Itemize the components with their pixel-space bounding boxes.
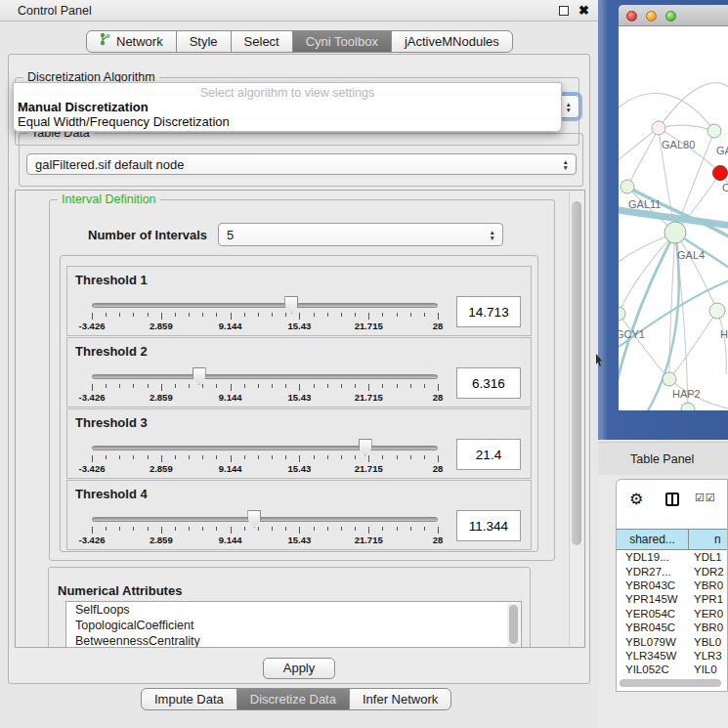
threshold-slider[interactable]: -3.4262.8599.14415.4321.71528 [92, 338, 438, 408]
cell-shared-name[interactable]: YIL052C [617, 664, 692, 675]
slider-thumb[interactable] [359, 439, 372, 456]
threshold-value-field[interactable] [456, 367, 521, 399]
attribute-item[interactable]: SelfLoops [66, 602, 521, 618]
float-window-icon[interactable] [559, 6, 569, 16]
slider-tick [355, 455, 356, 459]
minimize-traffic-light[interactable] [646, 11, 657, 21]
apply-button[interactable]: Apply [263, 658, 335, 679]
table-row[interactable]: YBL079WYBL0 [617, 634, 728, 648]
column-header-shared-name[interactable]: shared... [616, 529, 689, 550]
slider-tick [314, 313, 315, 317]
numerical-attributes-list[interactable]: SelfLoopsTopologicalCoefficientBetweenne… [65, 601, 522, 648]
cell-name[interactable]: YBR0 [692, 621, 728, 633]
cell-name[interactable]: YER0 [692, 608, 728, 620]
tab-jactivemnodules[interactable]: jActiveMNodules [391, 30, 513, 53]
network-node[interactable] [713, 166, 728, 181]
cell-shared-name[interactable]: YPR145W [617, 593, 692, 605]
slider-track[interactable] [92, 303, 438, 308]
slider-thumb[interactable] [193, 367, 206, 385]
attributes-list-scrollbar[interactable] [507, 603, 520, 648]
network-node[interactable] [621, 180, 634, 193]
network-node[interactable] [709, 303, 725, 319]
network-graph: GAL80GACGAL11GAL4GCY1HHAP2 [619, 27, 728, 410]
threshold-slider[interactable]: -3.4262.8599.14415.4321.71528 [92, 481, 438, 551]
tab-select[interactable]: Select [231, 30, 293, 53]
cell-name[interactable]: YDL1 [692, 551, 728, 563]
threshold-slider[interactable]: -3.4262.8599.14415.4321.71528 [92, 267, 438, 337]
tab-impute-data[interactable]: Impute Data [141, 688, 237, 710]
table-row[interactable]: YIL052CYIL0 [617, 663, 728, 676]
cell-shared-name[interactable]: YER054C [617, 608, 692, 620]
select-columns-icon[interactable]: ☑☑ [695, 492, 716, 504]
network-node[interactable] [663, 372, 676, 386]
network-node[interactable] [681, 403, 695, 410]
cell-name[interactable]: YBL0 [692, 636, 728, 648]
table-row[interactable]: YER054CYER0 [617, 607, 728, 621]
slider-tick [119, 384, 120, 388]
slider-tick-label: 15.43 [288, 321, 312, 331]
slider-tick [382, 313, 383, 317]
tab-network-label: Network [116, 31, 163, 52]
table-row[interactable]: YDL19...YDL1 [617, 550, 728, 564]
slider-tick [161, 455, 162, 462]
slider-thumb[interactable] [284, 296, 298, 314]
attribute-item[interactable]: BetweennessCentrality [66, 633, 521, 648]
network-node[interactable] [619, 307, 625, 321]
slider-track[interactable] [92, 374, 438, 379]
cell-shared-name[interactable]: YLR345W [617, 650, 692, 662]
table-data-combobox[interactable]: galFiltered.sif default node ▲▼ [26, 153, 577, 175]
slider-tick-label: 21.715 [355, 392, 383, 403]
column-header-name[interactable]: n [688, 529, 728, 550]
cell-name[interactable]: YPR1 [692, 593, 728, 605]
popup-option-manual-discretization[interactable]: Manual Discretization [18, 100, 149, 114]
close-traffic-light[interactable] [626, 11, 637, 21]
table-row[interactable]: YPR145WYPR1 [617, 592, 728, 606]
cell-name[interactable]: YIL0 [692, 664, 728, 675]
close-icon[interactable]: ✖ [578, 3, 589, 18]
scrollbar-thumb[interactable] [572, 201, 581, 545]
network-node[interactable] [707, 124, 721, 138]
threshold-value-field[interactable] [456, 296, 521, 327]
network-canvas[interactable]: GAL80GACGAL11GAL4GCY1HHAP2 [619, 27, 728, 410]
number-of-intervals-combobox[interactable]: 5 ▲▼ [218, 223, 503, 246]
split-columns-icon[interactable] [665, 492, 679, 506]
cell-name[interactable]: YDR2 [692, 566, 728, 578]
tab-network[interactable]: Network [86, 30, 177, 53]
cell-shared-name[interactable]: YBL079W [617, 636, 692, 648]
network-node[interactable] [652, 121, 665, 135]
gear-icon[interactable]: ⚙ [629, 490, 643, 508]
slider-track[interactable] [92, 517, 438, 522]
network-node[interactable] [664, 222, 686, 243]
slider-tick [368, 527, 369, 534]
cyni-toolbox-panel: Discretization Algorithm ▲▼ Table Data g… [8, 54, 590, 684]
cell-name[interactable]: YLR3 [692, 650, 728, 662]
popup-option-equal-width-frequency[interactable]: Equal Width/Frequency Discretization [18, 114, 230, 129]
table-row[interactable]: YBR043CYBR0 [617, 578, 728, 592]
slider-track[interactable] [92, 446, 438, 450]
table-row[interactable]: YDR27...YDR2 [617, 564, 728, 578]
threshold-value-field[interactable] [456, 439, 521, 470]
table-row[interactable]: YLR345WYLR3 [617, 649, 728, 663]
zoom-traffic-light[interactable] [665, 11, 676, 21]
table-horizontal-scrollbar[interactable] [620, 679, 721, 687]
settings-vertical-scrollbar[interactable] [569, 192, 583, 646]
threshold-slider[interactable]: -3.4262.8599.14415.4321.71528 [92, 409, 438, 480]
cell-name[interactable]: YBR0 [692, 579, 728, 591]
tab-discretize-data[interactable]: Discretize Data [236, 688, 350, 710]
cell-shared-name[interactable]: YBR045C [617, 621, 692, 633]
cell-shared-name[interactable]: YDR27... [617, 566, 692, 578]
slider-tick [314, 527, 315, 531]
attribute-item[interactable]: TopologicalCoefficient [66, 618, 521, 633]
tab-cyni-toolbox[interactable]: Cyni Toolbox [292, 30, 392, 53]
threshold-value-field[interactable] [456, 510, 521, 541]
slider-tick [397, 384, 398, 388]
cell-shared-name[interactable]: YBR043C [617, 579, 692, 591]
slider-thumb[interactable] [247, 510, 261, 528]
network-view-window: GAL80GACGAL11GAL4GCY1HHAP2 [619, 5, 728, 410]
slider-tick [285, 384, 286, 388]
cell-shared-name[interactable]: YDL19... [617, 551, 692, 563]
tab-style[interactable]: Style [176, 30, 232, 53]
table-row[interactable]: YBR045CYBR0 [617, 621, 728, 634]
tab-infer-network[interactable]: Infer Network [349, 688, 451, 710]
network-node-label: HAP2 [672, 388, 701, 400]
